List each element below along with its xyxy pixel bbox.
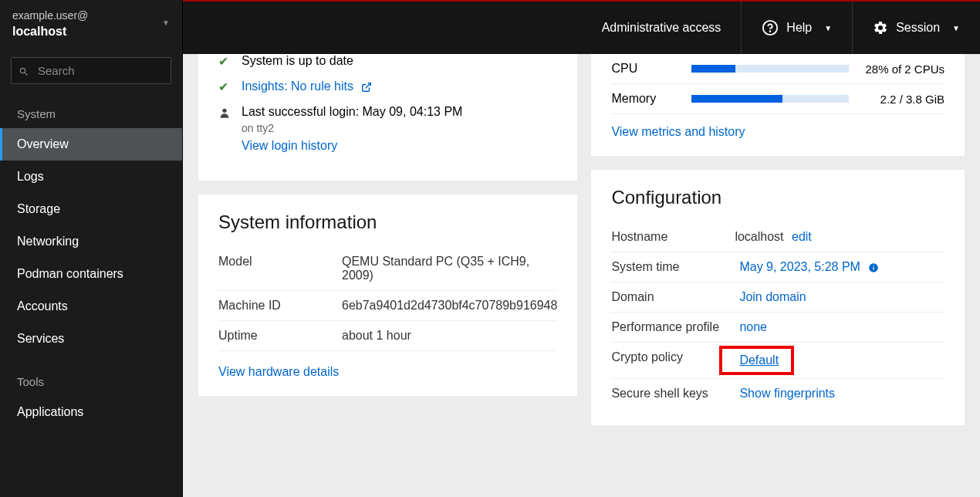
sysinfo-card: System information Model QEMU Standard P… (198, 194, 577, 396)
machine-id-label: Machine ID (218, 299, 342, 313)
hostname-value: localhost (735, 230, 783, 243)
hostname-label: Hostname (611, 230, 735, 244)
nav-section-system: System (0, 100, 182, 128)
check-icon: ✔ (218, 54, 232, 69)
model-value: QEMU Standard PC (Q35 + ICH9, 2009) (342, 255, 557, 282)
cpu-label: CPU (611, 62, 681, 76)
admin-access-label: Administrative access (602, 21, 721, 35)
uptime-label: Uptime (218, 329, 342, 343)
external-link-icon[interactable] (361, 79, 372, 93)
systime-link[interactable]: May 9, 2023, 5:28 PM (739, 260, 860, 273)
search-input[interactable] (11, 57, 171, 84)
search-icon (19, 64, 29, 78)
person-icon (218, 105, 232, 119)
login-tty: on tty2 (242, 122, 462, 134)
sidebar-item-logs[interactable]: Logs (0, 161, 182, 193)
memory-value: 2.2 / 3.8 GiB (860, 93, 945, 106)
crypto-label: Crypto policy (611, 350, 735, 370)
domain-label: Domain (611, 290, 735, 304)
ssh-label: Secure shell keys (611, 387, 735, 401)
host-dropdown[interactable]: example.user@ localhost ▼ (0, 0, 182, 48)
sidebar-item-services[interactable]: Services (0, 323, 182, 355)
chevron-down-icon: ▼ (824, 24, 832, 32)
join-domain-link[interactable]: Join domain (739, 290, 806, 303)
help-button[interactable]: Help ▼ (741, 2, 852, 54)
health-card: ✔ System is up to date ✔ Insights: No ru… (198, 54, 577, 181)
login-label: Last successful login: (242, 105, 363, 118)
host-user: example.user@ (12, 9, 170, 22)
insights-link[interactable]: Insights: No rule hits (242, 79, 353, 93)
sysinfo-title: System information (218, 211, 557, 233)
hardware-details-link[interactable]: View hardware details (218, 365, 557, 379)
gear-icon (873, 20, 888, 36)
check-icon: ✔ (218, 79, 232, 94)
sidebar-item-storage[interactable]: Storage (0, 193, 182, 225)
svg-point-1 (770, 31, 771, 32)
cpu-value: 28% of 2 CPUs (860, 63, 945, 76)
admin-access-button[interactable]: Administrative access (582, 2, 742, 54)
perf-label: Performance profile (611, 320, 735, 334)
svg-point-5 (874, 265, 874, 265)
perf-profile-link[interactable]: none (739, 320, 767, 333)
login-time: May 09, 04:13 PM (363, 105, 463, 118)
sidebar-item-accounts[interactable]: Accounts (0, 290, 182, 323)
sidebar-item-podman[interactable]: Podman containers (0, 258, 182, 290)
chevron-down-icon: ▼ (952, 24, 960, 32)
login-history-link[interactable]: View login history (242, 139, 462, 153)
model-label: Model (218, 255, 342, 282)
svg-point-2 (222, 108, 226, 112)
svg-rect-4 (874, 267, 874, 270)
cpu-bar (691, 65, 849, 73)
metrics-link[interactable]: View metrics and history (611, 125, 945, 139)
host-name: localhost (12, 25, 170, 39)
config-card: Configuration Hostname localhost edit Sy… (591, 170, 965, 425)
systime-label: System time (611, 260, 735, 274)
config-title: Configuration (611, 187, 945, 208)
sidebar-item-networking[interactable]: Networking (0, 225, 182, 258)
session-label: Session (896, 21, 940, 35)
crypto-highlight: Default (719, 346, 794, 375)
sidebar-item-overview[interactable]: Overview (0, 128, 182, 161)
usage-card: CPU 28% of 2 CPUs Memory 2.2 / 3.8 GiB V… (591, 54, 965, 156)
memory-label: Memory (611, 92, 681, 106)
hostname-edit-link[interactable]: edit (792, 230, 812, 243)
sidebar: example.user@ localhost ▼ System Overvie… (0, 0, 183, 497)
nav-section-tools: Tools (0, 367, 182, 396)
info-icon (868, 260, 879, 273)
session-button[interactable]: Session ▼ (852, 2, 980, 54)
crypto-policy-link[interactable]: Default (739, 353, 779, 367)
machine-id-value: 6eb7a9401d2d4730bf4c70789b916948 (342, 299, 557, 313)
health-uptodate: System is up to date (242, 54, 353, 68)
help-label: Help (786, 21, 812, 35)
uptime-value: about 1 hour (342, 329, 557, 343)
help-icon (762, 19, 779, 36)
topbar: Administrative access Help ▼ Session ▼ (183, 0, 980, 54)
memory-bar (691, 95, 849, 103)
chevron-down-icon: ▼ (162, 19, 170, 27)
ssh-fingerprints-link[interactable]: Show fingerprints (739, 387, 835, 400)
sidebar-item-applications[interactable]: Applications (0, 396, 182, 428)
